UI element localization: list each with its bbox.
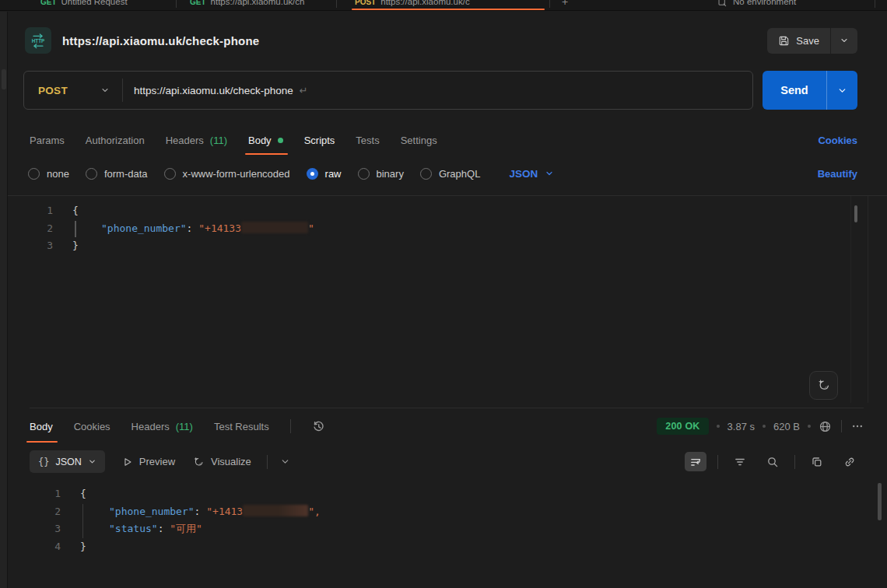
tab-params[interactable]: Params <box>30 124 65 156</box>
line-number: 1 <box>8 485 61 503</box>
send-options-button[interactable] <box>826 71 857 110</box>
line-number: 3 <box>8 237 53 255</box>
network-globe-icon[interactable] <box>819 420 832 433</box>
response-body-editor[interactable]: 1 { 2 "phone_number": "+1413", 3 "status… <box>8 479 887 588</box>
json-colon: : <box>195 506 207 517</box>
radio-graphql[interactable]: GraphQL <box>420 168 480 180</box>
chevron-down-icon <box>840 36 849 45</box>
save-options-button[interactable] <box>830 28 857 54</box>
view-options-button[interactable] <box>280 457 290 467</box>
line-number: 2 <box>8 503 61 521</box>
request-body-editor[interactable]: 1 { 2 "phone_number": "+14133" 3 } <box>8 195 887 408</box>
tab-headers[interactable]: Headers(11) <box>166 124 227 156</box>
response-tab-body[interactable]: Body <box>30 408 53 444</box>
visualize-button[interactable]: Visualize <box>192 456 251 468</box>
body-language-selector[interactable]: JSON <box>509 168 554 180</box>
line-number: 2 <box>8 220 53 238</box>
code-text: "status": "可用" <box>80 520 202 538</box>
chevron-down-icon <box>837 86 847 96</box>
visualize-label: Visualize <box>211 456 251 467</box>
code-line: 1 { <box>8 202 887 220</box>
code-line: 3 "status": "可用" <box>8 520 887 538</box>
play-icon <box>122 457 133 467</box>
filter-icon <box>734 456 746 468</box>
method-selector[interactable]: POST <box>24 85 122 96</box>
radio-none[interactable]: none <box>28 168 69 180</box>
postbot-button[interactable] <box>809 371 838 400</box>
radio-label: raw <box>325 168 342 180</box>
radio-icon <box>307 168 318 180</box>
response-tab-cookies[interactable]: Cookies <box>74 408 110 444</box>
radio-label: x-www-form-urlencoded <box>183 168 290 180</box>
response-tab-test-results[interactable]: Test Results <box>214 408 269 444</box>
scrollbar-track <box>868 196 868 403</box>
send-button-group: Send <box>763 71 857 110</box>
cookies-link[interactable]: Cookies <box>818 135 857 146</box>
environment-label: No environment <box>733 0 796 11</box>
search-button[interactable] <box>762 452 784 471</box>
link-button[interactable] <box>839 452 861 471</box>
redacted-value <box>241 222 308 233</box>
radio-x-www-form-urlencoded[interactable]: x-www-form-urlencoded <box>164 168 290 180</box>
response-format-selector[interactable]: {} JSON <box>30 450 105 473</box>
beautify-link[interactable]: Beautify <box>818 168 857 180</box>
divider <box>841 420 842 432</box>
code-line: 2 "phone_number": "+1413", <box>8 503 887 521</box>
history-button[interactable] <box>312 420 325 433</box>
tab-divider <box>875 0 875 8</box>
chevron-down-icon <box>88 457 96 466</box>
tab-settings[interactable]: Settings <box>401 124 437 156</box>
history-icon <box>312 420 325 433</box>
radio-binary[interactable]: binary <box>358 168 404 180</box>
json-value: "+14133 <box>198 222 241 234</box>
divider <box>717 455 718 469</box>
wrap-lines-button[interactable] <box>685 452 706 471</box>
tab-tests[interactable]: Tests <box>356 124 379 156</box>
response-size: 620 B <box>773 421 800 432</box>
url-input[interactable]: https://api.xiaomu.uk/check-phone ↵ <box>123 85 752 96</box>
window-tab-untitled[interactable]: GETUntitled Request <box>40 0 128 11</box>
environment-icon <box>717 0 727 8</box>
tab-body[interactable]: Body <box>248 124 283 156</box>
response-tab-headers[interactable]: Headers(11) <box>131 408 193 444</box>
tab-label: Body <box>30 421 53 432</box>
send-button[interactable]: Send <box>763 71 826 110</box>
environment-selector[interactable]: No environment <box>717 0 796 11</box>
copy-button[interactable] <box>806 452 828 471</box>
url-text: https://api.xiaomu.uk/check-phone <box>134 85 293 96</box>
tab-label: Params <box>30 135 65 146</box>
radio-icon <box>164 168 176 180</box>
radio-icon <box>358 168 370 180</box>
filter-button[interactable] <box>729 452 751 471</box>
tab-method-badge: GET <box>190 0 206 6</box>
request-title: https://api.xiaomu.uk/check-phone <box>62 34 259 47</box>
tab-authorization[interactable]: Authorization <box>86 124 145 156</box>
tab-label: Settings <box>401 135 437 146</box>
body-modified-dot <box>278 138 283 143</box>
tab-label: Headers <box>131 421 170 432</box>
divider <box>267 455 268 469</box>
radio-raw[interactable]: raw <box>307 168 342 180</box>
window-tab-2[interactable]: GEThttps://api.xiaomu.uk/ch <box>190 0 304 11</box>
radio-form-data[interactable]: form-data <box>86 168 148 180</box>
new-tab-button[interactable]: + <box>562 0 568 11</box>
scrollbar[interactable] <box>854 205 857 222</box>
sidebar-edge[interactable] <box>0 12 8 588</box>
radio-label: none <box>47 168 69 180</box>
json-colon: : <box>158 523 170 534</box>
headers-count: (11) <box>176 421 193 432</box>
separator-dot <box>763 425 766 428</box>
sidebar-handle[interactable] <box>2 69 6 89</box>
preview-button[interactable]: Preview <box>122 456 175 467</box>
response-actions-button[interactable] <box>851 420 864 432</box>
save-button[interactable]: Save <box>767 28 830 54</box>
sparkle-circle-icon <box>816 378 831 393</box>
radio-label: form-data <box>104 168 148 180</box>
scrollbar[interactable] <box>878 483 882 520</box>
chevron-down-icon <box>280 457 290 467</box>
tab-scripts[interactable]: Scripts <box>304 124 335 156</box>
response-status-group: 200 OK 3.87 s 620 B <box>657 418 864 435</box>
code-text: { <box>72 202 79 220</box>
headers-count: (11) <box>210 135 227 146</box>
braces-icon: {} <box>38 457 49 467</box>
